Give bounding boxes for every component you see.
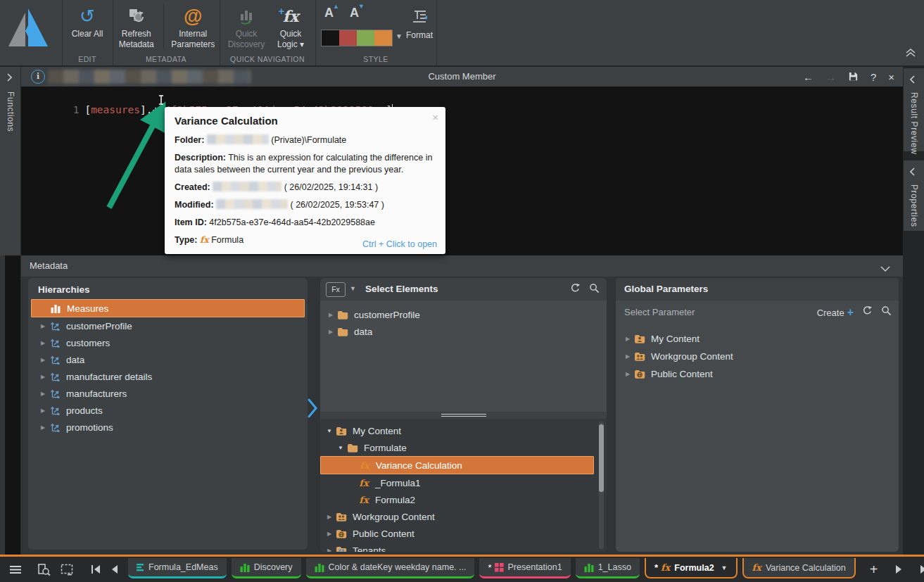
tree-item-workgroup-content[interactable]: ▶Workgroup Content: [616, 348, 899, 365]
scrollbar[interactable]: [599, 422, 604, 549]
expand-arrow[interactable]: ▶: [38, 374, 48, 380]
plus-icon: +: [847, 306, 854, 318]
chevron-down-icon[interactable]: [880, 262, 890, 275]
tree-item-measures[interactable]: Measures: [31, 299, 305, 317]
properties-panel-tab[interactable]: Properties: [904, 160, 924, 231]
tree-item-variance-calculation[interactable]: fxVariance Calculation: [320, 456, 594, 474]
tree-item-customerprofile[interactable]: ▶customerProfile: [320, 306, 607, 323]
palette-swatch[interactable]: [339, 30, 357, 46]
tree-item-my-content[interactable]: ▶My Content: [616, 330, 899, 348]
expand-arrow[interactable]: ▼: [336, 445, 346, 451]
expand-arrow[interactable]: ▶: [38, 357, 48, 363]
last-tab-icon[interactable]: [916, 561, 924, 578]
expand-arrow[interactable]: ▶: [38, 391, 48, 397]
tree-item-customers[interactable]: ▶customers: [31, 334, 305, 351]
previous-tab-icon[interactable]: [106, 561, 122, 578]
refresh-icon[interactable]: [570, 283, 581, 296]
color-palette-picker[interactable]: [321, 30, 393, 46]
expand-arrow[interactable]: ▶: [38, 407, 48, 414]
tree-item-customerprofile[interactable]: ▶customerProfile: [31, 317, 305, 334]
quick-logic-button[interactable]: fx+ Quick Logic ▾: [270, 0, 312, 49]
tree-item-label: Workgroup Content: [353, 512, 435, 522]
tree-item-manufacturers[interactable]: ▶manufacturers: [31, 385, 305, 402]
metadata-section-header[interactable]: Metadata: [21, 255, 903, 277]
internal-parameters-button[interactable]: @ Internal Parameters: [167, 0, 220, 49]
first-tab-icon[interactable]: [87, 561, 104, 578]
create-parameter-button[interactable]: Create+: [817, 301, 854, 325]
search-icon[interactable]: [881, 305, 892, 319]
expand-arrow[interactable]: ▶: [38, 424, 48, 431]
expand-panel-chevron[interactable]: [307, 398, 318, 422]
tree-item-public-content[interactable]: ▶Public Content: [320, 525, 594, 542]
fx-mode-dropdown-icon[interactable]: ▼: [350, 285, 356, 292]
expand-arrow[interactable]: ▶: [324, 514, 334, 520]
palette-swatch[interactable]: [357, 30, 374, 46]
back-icon[interactable]: ←: [803, 72, 814, 82]
quick-discovery-button[interactable]: Quick Discovery: [223, 0, 270, 49]
info-icon[interactable]: i: [31, 70, 45, 84]
refresh-icon[interactable]: [862, 305, 873, 319]
next-tab-icon[interactable]: [891, 561, 908, 578]
select-window-icon[interactable]: [59, 561, 76, 578]
collapse-ribbon-button[interactable]: [904, 47, 917, 61]
tab-discovery[interactable]: Discovery: [232, 558, 301, 578]
tree-item-formula1[interactable]: fx_Formula1: [320, 474, 594, 491]
palette-swatch[interactable]: [322, 30, 339, 46]
expand-arrow[interactable]: ▶: [324, 548, 334, 552]
expand-arrow[interactable]: ▶: [38, 323, 48, 329]
save-icon[interactable]: [848, 71, 859, 83]
ctrl-click-hint[interactable]: Ctrl + Click to open: [362, 239, 437, 249]
expand-arrow[interactable]: ▶: [326, 312, 336, 318]
forward-icon[interactable]: →: [825, 72, 836, 82]
close-icon[interactable]: ×: [888, 72, 894, 82]
tree-item-manufacturer-details[interactable]: ▶manufacturer details: [31, 368, 305, 385]
expand-arrow[interactable]: ▶: [38, 340, 48, 346]
expand-arrow[interactable]: ▶: [623, 371, 633, 377]
tab-presentation1[interactable]: *Presentation1: [479, 558, 570, 578]
formula-code-editor[interactable]: 1[measures].+[4f2b575a-e37e-464d-aa54-42…: [21, 87, 903, 255]
tree-item-tenants[interactable]: ▶Tenants: [320, 542, 594, 552]
clear-all-button[interactable]: ↺ Clear All: [65, 0, 110, 39]
tree-item-products[interactable]: ▶products: [31, 402, 305, 419]
tab-1-lasso[interactable]: 1_Lasso: [576, 558, 640, 578]
tree-item-formulate[interactable]: ▼Formulate: [320, 439, 594, 456]
expand-arrow[interactable]: ▶: [324, 531, 334, 537]
panel-splitter[interactable]: [320, 412, 607, 419]
axis-icon: [48, 372, 62, 381]
tree-item-my-content[interactable]: ▼My Content: [320, 422, 594, 439]
expand-arrow[interactable]: ▼: [324, 428, 334, 434]
tab-dropdown-icon[interactable]: ▼: [721, 564, 728, 571]
tooltip-close-icon[interactable]: ×: [432, 111, 438, 123]
new-tab-icon[interactable]: +: [866, 561, 882, 578]
fx-mode-button[interactable]: Fx: [326, 282, 346, 297]
tree-item-workgroup-content[interactable]: ▶Workgroup Content: [320, 508, 594, 525]
scrollbar-thumb[interactable]: [599, 424, 604, 492]
tree-item-formula2[interactable]: fxFormula2: [320, 491, 594, 508]
expand-arrow[interactable]: ▶: [623, 353, 633, 360]
menu-icon[interactable]: [7, 561, 24, 578]
help-icon[interactable]: ?: [871, 72, 876, 82]
app-logo[interactable]: [0, 0, 63, 65]
format-button[interactable]: Format: [404, 1, 435, 41]
expand-arrow[interactable]: ▶: [326, 329, 336, 335]
decrease-font-button[interactable]: A▼: [348, 6, 361, 20]
content-browser-icon[interactable]: [35, 561, 52, 578]
palette-dropdown-icon[interactable]: ▼: [395, 32, 403, 40]
increase-font-button[interactable]: A▲: [322, 6, 336, 20]
tab-formula-edmeas[interactable]: Formula_EdMeas: [128, 558, 227, 578]
tree-item-data[interactable]: ▶data: [320, 323, 607, 340]
tab-color-datekey-weekday-name[interactable]: Color & dateKey weekday name. ...: [306, 558, 475, 578]
palette-swatch[interactable]: [374, 30, 392, 46]
tab-variance-calculation[interactable]: fxVariance Calculation: [742, 558, 856, 578]
tree-item-public-content[interactable]: ▶Public Content: [616, 365, 899, 383]
result-preview-panel-tab[interactable]: Result Preview: [904, 68, 924, 151]
tooltip-modified-row: Modified: ( 26/02/2025, 19:53:47 ): [175, 199, 436, 211]
grid-pink-icon: [495, 563, 504, 572]
tree-item-promotions[interactable]: ▶promotions: [31, 419, 305, 436]
search-icon[interactable]: [589, 283, 600, 296]
refresh-metadata-button[interactable]: Refresh Metadata: [113, 0, 160, 49]
tree-item-data[interactable]: ▶data: [31, 351, 305, 368]
expand-arrow[interactable]: ▶: [623, 336, 633, 342]
tab-formula2[interactable]: *fxFormula2▼: [645, 558, 738, 578]
functions-panel-tab[interactable]: Functions: [0, 67, 21, 255]
